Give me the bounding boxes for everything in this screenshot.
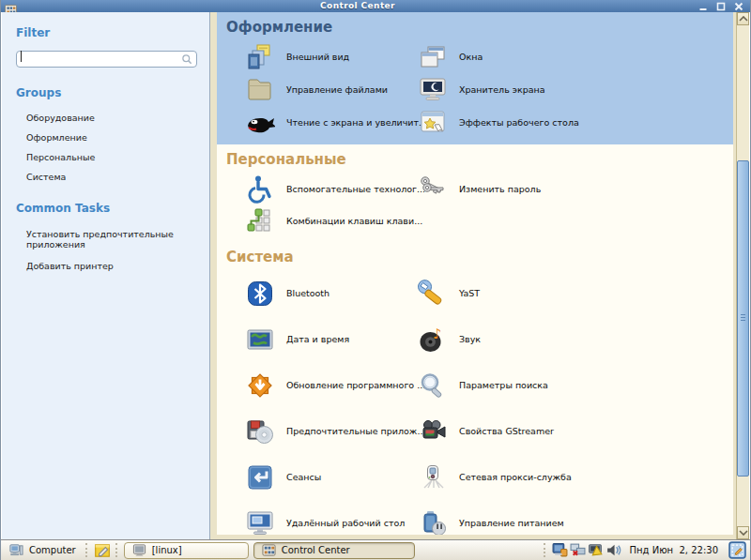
scrollbar-track[interactable] xyxy=(737,25,749,526)
computer-label: Computer xyxy=(29,545,76,555)
launcher-keyboard-shortcuts[interactable]: Комбинации клавиш клави... xyxy=(245,204,418,236)
control-center-window: Control Center Filter Groups Оборудовани… xyxy=(0,0,751,560)
computer-menu-button[interactable]: Computer xyxy=(5,541,81,559)
maximize-icon[interactable] xyxy=(716,2,726,11)
launcher-label: Вспомогательные технолог... xyxy=(286,184,425,194)
launcher-label: Хранитель экрана xyxy=(459,84,545,95)
launcher-label: Сеансы xyxy=(286,472,321,482)
panel-handle[interactable] xyxy=(115,543,119,557)
launcher-label: Свойства GStreamer xyxy=(459,426,554,436)
task-add-printer[interactable]: Добавить принтер xyxy=(2,255,209,277)
launcher-remote-desktop[interactable]: Удалённый рабочий стол xyxy=(245,500,418,539)
sidebar-item-look-and-feel[interactable]: Оформление xyxy=(2,128,209,147)
launcher-windows[interactable]: Окна xyxy=(418,40,733,73)
volume-icon[interactable] xyxy=(605,542,621,558)
windows-icon xyxy=(418,42,448,72)
close-icon[interactable] xyxy=(734,2,743,11)
launcher-label: Удалённый рабочий стол xyxy=(286,518,405,528)
vertical-scrollbar[interactable] xyxy=(736,12,749,539)
section-system: Система Bluetooth YaST Дата и время xyxy=(217,242,733,539)
sidebar-item-system[interactable]: Система xyxy=(2,167,209,187)
assistive-technologies-icon xyxy=(245,174,275,204)
launcher-preferred-applications[interactable]: Предпочтительные прилож... xyxy=(245,408,418,454)
tray-handle[interactable] xyxy=(544,543,547,557)
screen-reader-icon xyxy=(245,108,275,138)
sticky-note-icon[interactable] xyxy=(94,542,111,559)
search-preferences-icon xyxy=(418,371,448,401)
remote-desktop-icon xyxy=(245,508,275,538)
launcher-software-update[interactable]: Обновление программного ... xyxy=(245,362,418,408)
window-button-label: [linux] xyxy=(152,545,182,555)
file-management-icon xyxy=(245,75,275,105)
launcher-screensaver[interactable]: Хранитель экрана xyxy=(418,73,733,106)
launcher-power-management[interactable]: Управление питанием xyxy=(418,500,733,539)
launcher-assistive-technologies[interactable]: Вспомогательные технолог... xyxy=(245,173,418,204)
launcher-label: Изменить пароль xyxy=(459,184,541,194)
launcher-sessions[interactable]: Сеансы xyxy=(245,454,418,500)
launcher-label: Дата и время xyxy=(286,334,349,344)
common-tasks-list: Установить предпочтительные приложения Д… xyxy=(2,223,209,277)
section-personal: Персональные Вспомогательные технолог...… xyxy=(217,144,733,242)
section-look-and-feel: Оформление Внешний вид Окна Управлени xyxy=(217,12,733,144)
common-tasks-heading: Common Tasks xyxy=(16,202,209,215)
launcher-change-password[interactable]: Изменить пароль xyxy=(418,173,733,204)
launcher-label: YaST xyxy=(459,288,480,298)
gstreamer-properties-icon xyxy=(418,416,448,446)
launcher-sound[interactable]: ♪ Звук xyxy=(418,316,733,362)
keyboard-shortcuts-icon xyxy=(245,205,275,235)
launcher-date-time[interactable]: Дата и время xyxy=(245,316,418,362)
search-input[interactable] xyxy=(16,51,197,68)
search-icon xyxy=(181,51,192,62)
launcher-desktop-effects[interactable]: Эффекты рабочего стола xyxy=(418,106,733,139)
bottom-panel: Computer [linux] Control Center xyxy=(1,539,750,560)
section-title: Персональные xyxy=(217,144,733,171)
launcher-label: Внешний вид xyxy=(286,52,349,62)
task-set-preferred-applications[interactable]: Установить предпочтительные приложения xyxy=(2,223,209,255)
appearance-icon xyxy=(245,42,275,72)
sidebar-item-personal[interactable]: Персональные xyxy=(2,147,209,167)
bluetooth-icon xyxy=(245,279,275,309)
change-password-icon xyxy=(418,174,448,204)
filter-heading: Filter xyxy=(16,26,209,39)
launcher-label: Bluetooth xyxy=(286,288,330,298)
window-button-linux[interactable]: [linux] xyxy=(124,542,249,559)
network-offline-icon[interactable] xyxy=(570,542,586,558)
clock[interactable]: Пнд Июн 2, 22:30 xyxy=(626,545,724,555)
launcher-network-proxy[interactable]: Сетевая прокси-служба xyxy=(418,454,733,500)
show-desktop-icon[interactable] xyxy=(728,541,746,559)
launcher-bluetooth[interactable]: Bluetooth xyxy=(245,270,418,316)
terminal-icon xyxy=(132,543,146,557)
launcher-gstreamer-properties[interactable]: Свойства GStreamer xyxy=(418,408,733,454)
launcher-label: Предпочтительные прилож... xyxy=(286,426,425,436)
software-update-icon xyxy=(245,371,275,401)
panel-handle[interactable] xyxy=(85,543,89,557)
desktop-effects-icon xyxy=(418,108,448,138)
scroll-up-icon[interactable] xyxy=(737,12,749,25)
launcher-label: Обновление программного ... xyxy=(286,380,425,390)
sidebar-item-hardware[interactable]: Оборудование xyxy=(2,108,209,128)
titlebar[interactable]: Control Center xyxy=(1,0,750,12)
launcher-search-preferences[interactable]: Параметры поиска xyxy=(418,362,733,408)
text-caret xyxy=(21,51,22,62)
window-icon xyxy=(5,1,17,11)
launcher-file-management[interactable]: Управление файлами xyxy=(245,73,418,106)
power-management-icon xyxy=(418,508,448,538)
groups-list: Оборудование Оформление Персональные Сис… xyxy=(2,108,209,187)
shell-viewport: Оформление Внешний вид Окна Управлени xyxy=(210,12,736,539)
minimize-icon[interactable] xyxy=(698,2,708,11)
svg-text:♪: ♪ xyxy=(433,325,442,342)
launcher-screen-reader[interactable]: Чтение с экрана и увеличит... xyxy=(245,106,418,139)
window-button-control-center[interactable]: Control Center xyxy=(253,542,415,559)
launcher-yast[interactable]: YaST xyxy=(418,270,733,316)
section-title: Система xyxy=(217,242,733,268)
scroll-down-icon[interactable] xyxy=(737,526,749,539)
control-center-icon xyxy=(262,543,276,557)
date-time-icon xyxy=(245,325,275,355)
software-updater-icon[interactable] xyxy=(552,542,568,558)
launcher-appearance[interactable]: Внешний вид xyxy=(245,40,418,73)
system-tray xyxy=(552,542,621,558)
window-button-label: Control Center xyxy=(282,545,350,555)
scrollbar-thumb[interactable] xyxy=(737,160,749,476)
sound-icon: ♪ xyxy=(418,325,448,355)
display-warning-icon[interactable] xyxy=(588,542,604,558)
